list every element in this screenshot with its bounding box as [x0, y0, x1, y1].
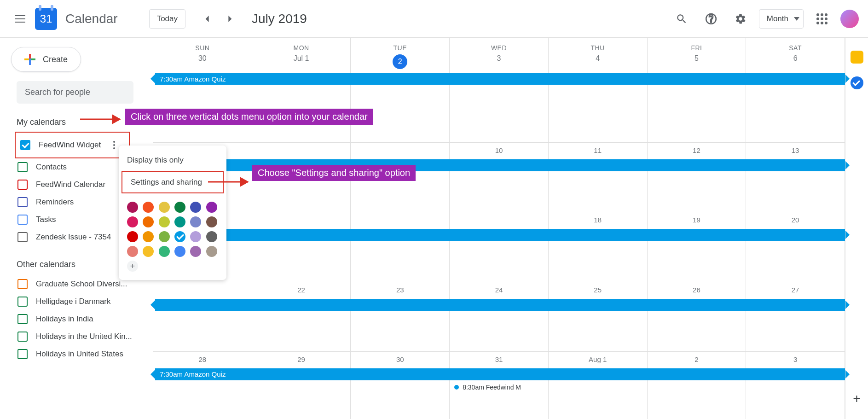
keep-addon-icon[interactable] [851, 51, 863, 64]
color-swatch[interactable] [159, 231, 170, 242]
color-swatch[interactable] [127, 202, 138, 213]
color-swatch[interactable] [159, 202, 170, 213]
calendar-checkbox[interactable] [17, 279, 28, 289]
calendar-name: Holidays in United States [36, 349, 123, 359]
color-swatch[interactable] [143, 202, 154, 213]
date-number[interactable]: Jul 1 [252, 54, 351, 63]
day-cell[interactable]: 20 [746, 212, 845, 281]
day-cell[interactable]: 29 [252, 352, 351, 419]
date-number[interactable]: 30 [153, 54, 252, 63]
day-cell[interactable]: 18 [549, 212, 648, 281]
color-swatch[interactable] [143, 216, 154, 227]
calendar-checkbox[interactable] [17, 197, 28, 207]
add-custom-color[interactable]: + [127, 261, 138, 272]
color-swatch[interactable] [190, 246, 201, 257]
color-swatch[interactable] [190, 231, 201, 242]
calendar-checkbox[interactable] [17, 180, 28, 190]
color-swatch[interactable] [174, 202, 185, 213]
color-swatch[interactable] [206, 231, 217, 242]
annotation-mid: Choose "Settings and sharing" option [252, 165, 416, 181]
settings-button[interactable] [729, 8, 752, 30]
day-cell[interactable]: 13 [746, 143, 845, 212]
day-cell[interactable]: 30 [351, 352, 450, 419]
calendar-options-menu[interactable] [111, 139, 117, 151]
account-avatar[interactable] [840, 10, 859, 28]
day-name-label: SAT [746, 44, 845, 52]
calendar-checkbox[interactable] [17, 349, 28, 359]
day-cell[interactable]: 26 [648, 282, 746, 351]
multi-day-event[interactable]: 7:30am Amazon Quiz [155, 368, 845, 380]
day-cell[interactable]: 318:30am Feedwind M [450, 352, 549, 419]
event-item[interactable]: 8:30am Feedwind M [450, 383, 548, 392]
date-number[interactable]: 3 [450, 54, 548, 63]
calendar-checkbox[interactable] [17, 215, 28, 225]
help-button[interactable] [700, 8, 722, 30]
color-swatch[interactable] [174, 231, 185, 242]
calendar-checkbox[interactable] [20, 140, 30, 150]
day-cell[interactable]: 2 [648, 352, 746, 419]
day-cell[interactable]: 23 [351, 282, 450, 351]
color-swatch[interactable] [190, 202, 201, 213]
color-swatch[interactable] [159, 246, 170, 257]
calendar-item[interactable]: Holidays in United States [0, 345, 152, 363]
day-cell[interactable]: 3 [746, 352, 845, 419]
tasks-addon-icon[interactable] [851, 76, 863, 89]
calendar-item[interactable]: Holidays in India [0, 310, 152, 328]
search-button[interactable] [671, 8, 693, 30]
date-number[interactable]: 6 [746, 54, 845, 63]
color-swatch[interactable] [174, 216, 185, 227]
date-number[interactable]: 5 [648, 54, 746, 63]
create-button[interactable]: Create [11, 47, 81, 72]
day-cell[interactable]: 28 [153, 352, 252, 419]
color-palette: + [119, 194, 226, 275]
day-cell[interactable] [351, 212, 450, 281]
color-swatch[interactable] [206, 202, 217, 213]
day-cell[interactable] [153, 282, 252, 351]
date-number[interactable]: 2 [393, 54, 407, 69]
day-cell[interactable]: 22 [252, 282, 351, 351]
search-people-input[interactable]: Search for people [17, 81, 133, 104]
day-cell[interactable] [252, 212, 351, 281]
date-number[interactable]: 4 [549, 54, 647, 63]
calendar-checkbox[interactable] [17, 332, 28, 342]
date-number: Aug 1 [549, 355, 647, 363]
color-swatch[interactable] [143, 246, 154, 257]
day-cell[interactable]: Aug 1 [549, 352, 648, 419]
color-swatch[interactable] [206, 246, 217, 257]
color-swatch[interactable] [127, 246, 138, 257]
day-cell[interactable]: 25 [549, 282, 648, 351]
today-button[interactable]: Today [149, 9, 185, 29]
main-menu-button[interactable] [9, 8, 31, 30]
create-label: Create [43, 55, 68, 64]
multi-day-event[interactable] [155, 229, 845, 241]
color-swatch[interactable] [190, 216, 201, 227]
multi-day-event[interactable]: 7:30am Amazon Quiz [155, 73, 845, 85]
day-cell[interactable]: 24 [450, 282, 549, 351]
day-cell[interactable]: 19 [648, 212, 746, 281]
day-cell[interactable]: 12 [648, 143, 746, 212]
multi-day-event[interactable] [155, 299, 845, 311]
color-swatch[interactable] [143, 231, 154, 242]
day-cell[interactable]: 27 [746, 282, 845, 351]
next-button[interactable] [220, 10, 239, 28]
day-cell[interactable]: 11 [549, 143, 648, 212]
view-selector[interactable]: Month [759, 9, 804, 29]
calendar-item[interactable]: Holidays in the United Kin... [0, 328, 152, 345]
menu-display-only[interactable]: Display this only [119, 150, 226, 170]
color-swatch[interactable] [127, 231, 138, 242]
day-cell[interactable]: 10 [450, 143, 549, 212]
color-swatch[interactable] [127, 216, 138, 227]
prev-button[interactable] [198, 10, 217, 28]
color-swatch[interactable] [159, 216, 170, 227]
apps-button[interactable] [811, 8, 833, 30]
calendar-item[interactable]: Helligdage i Danmark [0, 293, 152, 310]
calendar-checkbox[interactable] [17, 232, 28, 242]
add-addon-button[interactable]: + [853, 391, 860, 406]
color-swatch[interactable] [174, 246, 185, 257]
calendar-item[interactable]: FeedWind Widget [18, 135, 126, 155]
color-swatch[interactable] [206, 216, 217, 227]
calendar-checkbox[interactable] [17, 314, 28, 324]
calendar-checkbox[interactable] [17, 162, 28, 172]
calendar-checkbox[interactable] [17, 297, 28, 307]
day-cell[interactable] [450, 212, 549, 281]
